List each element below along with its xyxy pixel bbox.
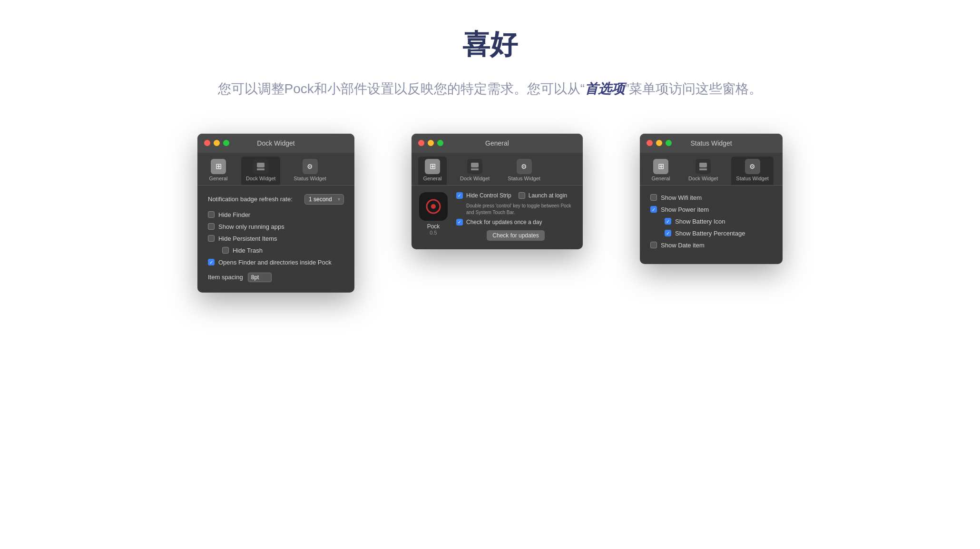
tab-dock-widget-label: Dock Widget: [246, 176, 275, 181]
cb-check-updates[interactable]: ✓: [456, 219, 463, 225]
cb-opens-finder[interactable]: ✓: [208, 259, 215, 265]
fullscreen-button-general[interactable]: [437, 140, 443, 146]
cb-show-date-label: Show Date item: [661, 242, 705, 249]
checkbox-show-battery-pct[interactable]: ✓ Show Battery Percentage: [665, 230, 772, 237]
svg-rect-1: [257, 168, 265, 170]
cb-show-power[interactable]: ✓: [650, 206, 657, 213]
cb-hide-control-strip[interactable]: ✓: [456, 192, 463, 199]
fullscreen-button-status[interactable]: [666, 140, 672, 146]
checkbox-hide-trash[interactable]: Hide Trash: [222, 247, 344, 254]
dock-widget-titlebar: Dock Widget: [197, 134, 354, 153]
tab-dock-widget-general[interactable]: Dock Widget: [455, 157, 494, 185]
dock-widget-window: Dock Widget ⊞ General Dock Widget ⚙ Stat…: [197, 134, 354, 293]
subtitle: 您可以调整Pock和小部件设置以反映您的特定需求。您可以从“首选项”菜单项访问这…: [0, 78, 980, 100]
checkbox-hide-finder[interactable]: Hide Finder: [208, 211, 344, 218]
cb-show-battery-icon[interactable]: ✓: [665, 218, 671, 225]
hide-control-strip-label: Hide Control Strip: [466, 192, 511, 199]
general-icon-dock: ⊞: [211, 159, 226, 174]
close-button-status[interactable]: [647, 140, 653, 146]
tab-status-status[interactable]: ⚙ Status Widget: [731, 157, 773, 185]
fullscreen-button-dock[interactable]: [223, 140, 229, 146]
cb-hide-finder-label: Hide Finder: [218, 211, 250, 218]
svg-rect-8: [699, 168, 707, 170]
tab-status-widget-general[interactable]: ⚙ Status Widget: [503, 157, 545, 185]
check-updates-row[interactable]: ✓ Check for updates once a day: [456, 219, 575, 225]
dock-widget-icon: [253, 159, 268, 174]
cb-launch-at-login[interactable]: [519, 192, 525, 199]
check-updates-label: Check for updates once a day: [466, 219, 542, 225]
notification-label: Notification badge refresh rate:: [208, 196, 304, 203]
tab-general-status[interactable]: ⊞ General: [647, 157, 675, 185]
svg-rect-0: [257, 163, 265, 167]
tab-general-dock[interactable]: ⊞ General: [204, 157, 233, 185]
checkbox-show-power[interactable]: ✓ Show Power item: [650, 206, 772, 213]
windows-row: Dock Widget ⊞ General Dock Widget ⚙ Stat…: [0, 134, 980, 293]
tab-status-gen-label: Status Widget: [508, 176, 540, 181]
pock-version: 0.5: [430, 230, 437, 235]
cb-show-date[interactable]: [650, 242, 657, 248]
svg-rect-7: [699, 163, 707, 167]
tab-status-widget-dock[interactable]: ⚙ Status Widget: [289, 157, 331, 185]
minimize-button-status[interactable]: [656, 140, 662, 146]
cb-opens-finder-label: Opens Finder and directories inside Pock: [218, 259, 332, 266]
tab-dock-gen-label: Dock Widget: [460, 176, 490, 181]
cb-hide-finder[interactable]: [208, 211, 215, 218]
tab-dock-status-label: Dock Widget: [688, 176, 718, 181]
general-titlebar: General: [412, 134, 583, 153]
traffic-lights-general: [418, 140, 443, 146]
dock-icon-gen: [467, 159, 482, 174]
checkbox-show-wifi[interactable]: Show Wifi item: [650, 194, 772, 201]
tab-general-general[interactable]: ⊞ General: [418, 157, 447, 185]
checkbox-opens-finder[interactable]: ✓ Opens Finder and directories inside Po…: [208, 259, 344, 266]
svg-rect-3: [471, 168, 479, 170]
checkbox-show-battery-icon[interactable]: ✓ Show Battery Icon: [665, 218, 772, 225]
dock-icon-status: [696, 159, 711, 174]
checkbox-hide-persistent[interactable]: Hide Persistent Items: [208, 235, 344, 242]
general-icon-status: ⊞: [653, 159, 668, 174]
notification-select-wrapper[interactable]: 1 second: [304, 194, 344, 205]
checkbox-show-date[interactable]: Show Date item: [650, 242, 772, 249]
checkbox-show-running[interactable]: Show only running apps: [208, 223, 344, 230]
status-icon-dock: ⚙: [303, 159, 318, 174]
tab-status-status-label: Status Widget: [736, 176, 768, 181]
close-button-general[interactable]: [418, 140, 424, 146]
subtitle-link: 首选项: [585, 81, 625, 96]
status-icon-status: ⚙: [745, 159, 760, 174]
item-spacing-row: Item spacing: [208, 273, 344, 282]
hide-control-strip-row[interactable]: ✓ Hide Control Strip Launch at login: [456, 192, 575, 199]
status-window-content: Show Wifi item ✓ Show Power item ✓ Show …: [640, 186, 783, 264]
minimize-button-general[interactable]: [428, 140, 434, 146]
svg-point-6: [431, 204, 436, 209]
cb-show-battery-icon-label: Show Battery Icon: [675, 218, 725, 225]
cb-show-running[interactable]: [208, 223, 215, 230]
subtitle-part1: 您可以调整Pock和小部件设置以反映您的特定需求。您可以从“: [218, 81, 585, 96]
cb-show-battery-pct[interactable]: ✓: [665, 230, 671, 236]
item-spacing-input[interactable]: [248, 273, 272, 282]
item-spacing-label: Item spacing: [208, 274, 243, 281]
notification-select[interactable]: 1 second: [304, 194, 344, 205]
general-icon-gen: ⊞: [425, 159, 440, 174]
page-title: 喜好: [0, 0, 980, 78]
cb-show-battery-pct-label: Show Battery Percentage: [675, 230, 745, 237]
tab-dock-status[interactable]: Dock Widget: [684, 157, 723, 185]
cb-hide-persistent[interactable]: [208, 235, 215, 242]
cb-show-wifi-label: Show Wifi item: [661, 194, 702, 201]
cb-hide-trash-label: Hide Trash: [233, 247, 263, 254]
general-toolbar: ⊞ General Dock Widget ⚙ Status Widget: [412, 153, 583, 186]
launch-at-login-label: Launch at login: [529, 192, 567, 199]
dock-window-content: Notification badge refresh rate: 1 secon…: [197, 186, 354, 293]
minimize-button-dock[interactable]: [214, 140, 220, 146]
pock-name: Pock: [427, 223, 440, 230]
cb-show-running-label: Show only running apps: [218, 223, 284, 230]
tab-status-widget-dock-label: Status Widget: [294, 176, 326, 181]
dock-toolbar: ⊞ General Dock Widget ⚙ Status Widget: [197, 153, 354, 186]
tab-general-status-label: General: [651, 176, 670, 181]
pock-app-icon: [419, 192, 448, 221]
cb-hide-trash[interactable]: [222, 247, 229, 254]
cb-show-wifi[interactable]: [650, 194, 657, 201]
subtitle-part2: ”菜单项访问这些窗格。: [625, 81, 762, 96]
close-button-dock[interactable]: [204, 140, 210, 146]
tab-dock-widget[interactable]: Dock Widget: [241, 157, 280, 185]
check-updates-button[interactable]: Check for updates: [487, 230, 544, 241]
cb-hide-persistent-label: Hide Persistent Items: [218, 235, 277, 242]
